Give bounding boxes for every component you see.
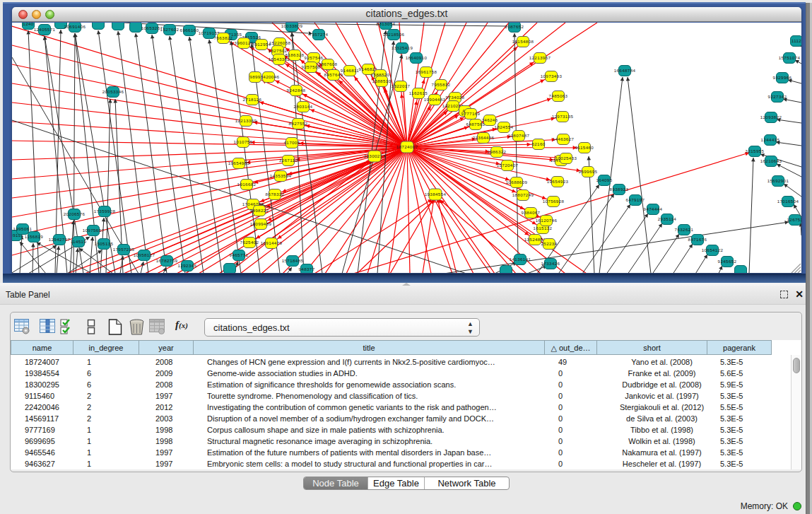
svg-text:8471676: 8471676 <box>688 237 707 242</box>
svg-text:10756928: 10756928 <box>543 199 565 204</box>
svg-text:9245652: 9245652 <box>718 259 737 264</box>
svg-text:8912954: 8912954 <box>252 42 271 47</box>
svg-text:20053346: 20053346 <box>102 89 124 94</box>
svg-text:9329966: 9329966 <box>773 75 792 80</box>
svg-text:1733426: 1733426 <box>541 261 560 266</box>
svg-text:21364436: 21364436 <box>473 135 495 140</box>
svg-text:10654122: 10654122 <box>702 247 724 252</box>
svg-text:1292346: 1292346 <box>178 263 197 268</box>
svg-text:948377: 948377 <box>298 267 314 271</box>
svg-text:15226058: 15226058 <box>269 40 291 45</box>
svg-text:3267110: 3267110 <box>279 158 298 163</box>
svg-text:19654923: 19654923 <box>547 179 569 184</box>
svg-text:16154808: 16154808 <box>512 39 534 44</box>
svg-text:2935114: 2935114 <box>658 216 677 221</box>
svg-text:15692901: 15692901 <box>767 178 789 183</box>
svg-text:252234: 252234 <box>541 241 557 246</box>
svg-text:14353594: 14353594 <box>270 173 292 178</box>
svg-text:20206576: 20206576 <box>64 211 86 216</box>
svg-text:10719155: 10719155 <box>199 30 220 35</box>
svg-text:1240: 1240 <box>23 23 34 26</box>
svg-text:7632621: 7632621 <box>675 227 694 232</box>
svg-text:9498222: 9498222 <box>250 208 269 213</box>
svg-text:10975657: 10975657 <box>83 228 105 233</box>
svg-text:12093822: 12093822 <box>760 115 782 119</box>
svg-text:9474444: 9474444 <box>644 206 663 211</box>
svg-text:19904483: 19904483 <box>424 97 446 102</box>
svg-text:1615132: 1615132 <box>534 226 553 230</box>
svg-text:18807249: 18807249 <box>512 192 534 197</box>
svg-text:12213369: 12213369 <box>235 118 257 123</box>
svg-text:15720407: 15720407 <box>497 163 519 168</box>
svg-text:14136141: 14136141 <box>510 257 531 262</box>
svg-text:7625402: 7625402 <box>240 240 259 245</box>
svg-text:1162615: 1162615 <box>409 90 428 95</box>
svg-text:417006: 417006 <box>283 140 300 145</box>
svg-text:17016504: 17016504 <box>777 199 799 204</box>
svg-text:20691406: 20691406 <box>64 24 86 29</box>
svg-text:10033809: 10033809 <box>281 23 303 28</box>
svg-text:12405571: 12405571 <box>34 27 56 32</box>
svg-text:16782759: 16782759 <box>156 258 178 263</box>
svg-text:18099489: 18099489 <box>250 221 272 226</box>
svg-text:1010755: 1010755 <box>234 139 253 144</box>
svg-text:10807487: 10807487 <box>508 133 530 138</box>
svg-text:9115460: 9115460 <box>575 145 594 150</box>
svg-text:9146811: 9146811 <box>341 68 360 73</box>
svg-text:15718485: 15718485 <box>282 258 304 263</box>
svg-text:2803144: 2803144 <box>294 104 313 109</box>
svg-text:23300273: 23300273 <box>364 153 386 158</box>
svg-text:16961758: 16961758 <box>416 69 437 74</box>
svg-text:8938923: 8938923 <box>610 187 629 192</box>
svg-text:10973493: 10973493 <box>541 74 563 78</box>
svg-text:6966160: 6966160 <box>180 28 199 33</box>
svg-text:114519: 114519 <box>71 239 87 244</box>
svg-text:17957235: 17957235 <box>113 247 135 252</box>
svg-text:1527602: 1527602 <box>160 27 180 32</box>
svg-text:2087652: 2087652 <box>505 24 524 29</box>
svg-text:16543362: 16543362 <box>269 57 290 62</box>
svg-text:18640910: 18640910 <box>406 55 428 60</box>
svg-text:10688609: 10688609 <box>506 180 528 185</box>
svg-text:8186328: 8186328 <box>286 52 305 57</box>
svg-text:12213967: 12213967 <box>529 55 551 60</box>
svg-text:7485063: 7485063 <box>549 93 568 98</box>
svg-text:14463627: 14463627 <box>553 136 575 141</box>
svg-text:1327502: 1327502 <box>269 48 288 53</box>
svg-text:1156819: 1156819 <box>25 234 44 239</box>
svg-text:16914479: 16914479 <box>261 240 283 245</box>
svg-text:3215955: 3215955 <box>746 148 765 153</box>
svg-text:15751074: 15751074 <box>779 55 801 60</box>
svg-text:10025433: 10025433 <box>555 156 577 160</box>
svg-text:16648784: 16648784 <box>614 68 636 73</box>
svg-text:746246: 746246 <box>481 117 498 122</box>
svg-text:1916682: 1916682 <box>237 182 257 187</box>
svg-text:9899: 9899 <box>249 74 261 79</box>
svg-text:8457649: 8457649 <box>324 72 343 77</box>
svg-text:1824554: 1824554 <box>495 124 514 129</box>
svg-text:16120746: 16120746 <box>536 218 558 223</box>
svg-text:2867608: 2867608 <box>319 62 338 66</box>
svg-text:3960124: 3960124 <box>235 40 254 45</box>
svg-text:7955812: 7955812 <box>432 82 451 87</box>
svg-text:7663822: 7663822 <box>214 35 233 40</box>
svg-text:9384067: 9384067 <box>522 210 541 215</box>
svg-text:13325419: 13325419 <box>392 45 413 50</box>
svg-text:1322017: 1322017 <box>392 83 411 88</box>
svg-text:9257546: 9257546 <box>305 55 324 60</box>
svg-text:9242848: 9242848 <box>287 88 306 93</box>
svg-text:12973135: 12973135 <box>552 114 574 119</box>
svg-text:2718126: 2718126 <box>243 97 262 102</box>
svg-text:1112: 1112 <box>792 38 801 43</box>
svg-text:16210643: 16210643 <box>760 158 782 163</box>
svg-text:1505135: 1505135 <box>95 241 114 246</box>
svg-text:19218506: 19218506 <box>383 32 405 37</box>
svg-text:9699695: 9699695 <box>579 169 598 174</box>
svg-text:8678332: 8678332 <box>266 192 285 197</box>
svg-text:9734028: 9734028 <box>446 95 465 100</box>
svg-text:19654985: 19654985 <box>228 160 250 165</box>
svg-text:9257508: 9257508 <box>302 64 321 69</box>
svg-text:8427552: 8427552 <box>289 121 308 126</box>
svg-text:18724007: 18724007 <box>396 144 418 149</box>
svg-text:164095: 164095 <box>596 177 612 182</box>
